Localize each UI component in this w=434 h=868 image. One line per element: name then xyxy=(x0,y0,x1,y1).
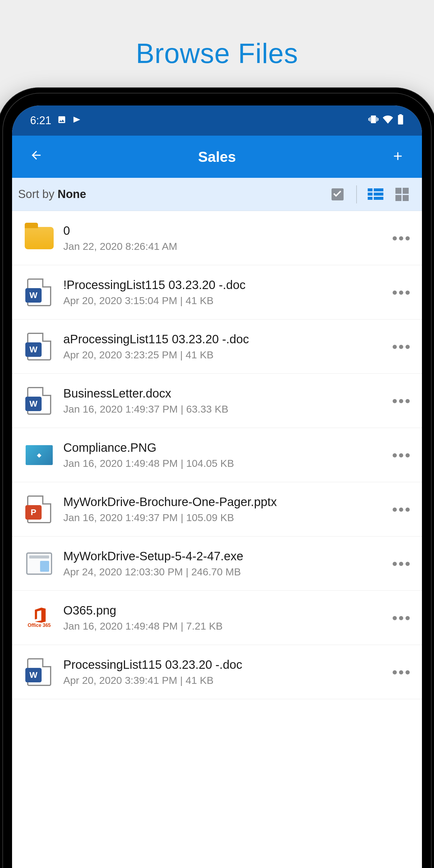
folder-icon xyxy=(24,223,54,253)
exe-icon xyxy=(24,549,54,579)
file-meta: Apr 20, 2020 3:15:04 PM | 41 KB xyxy=(63,295,392,307)
headline: Browse Files xyxy=(0,0,434,69)
list-item[interactable]: W ProcessingList115 03.23.20 -.doc Apr 2… xyxy=(12,645,422,699)
status-photo-icon xyxy=(57,114,66,127)
image-thumbnail-icon: ◆ xyxy=(24,440,54,470)
file-name: 0 xyxy=(63,224,392,238)
svg-rect-8 xyxy=(403,188,409,194)
file-name: MyWorkDrive-Brochure-One-Pager.pptx xyxy=(63,495,392,509)
status-bar: 6:21 xyxy=(12,105,422,135)
file-name: BusinessLetter.docx xyxy=(63,387,392,400)
svg-rect-3 xyxy=(368,193,373,195)
back-button[interactable] xyxy=(27,149,45,165)
file-name: O365.png xyxy=(63,604,392,617)
more-options-button[interactable]: ●●● xyxy=(392,232,410,244)
list-item[interactable]: P MyWorkDrive-Brochure-One-Pager.pptx Ja… xyxy=(12,482,422,536)
more-options-button[interactable]: ●●● xyxy=(392,287,410,298)
phone-frame: 6:21 xyxy=(0,87,434,868)
list-item[interactable]: MyWorkDrive-Setup-5-4-2-47.exe Apr 24, 2… xyxy=(12,536,422,591)
file-meta: Jan 16, 2020 1:49:48 PM | 7.21 KB xyxy=(63,620,392,632)
word-doc-icon: W xyxy=(24,277,54,307)
more-options-button[interactable]: ●●● xyxy=(392,450,410,461)
word-doc-icon: W xyxy=(24,386,54,416)
svg-rect-7 xyxy=(396,188,401,194)
svg-rect-9 xyxy=(396,195,401,201)
more-options-button[interactable]: ●●● xyxy=(392,666,410,678)
app-header: Sales xyxy=(12,135,422,178)
file-meta: Jan 22, 2020 8:26:41 AM xyxy=(63,241,392,252)
file-name: !ProcessingList115 03.23.20 -.doc xyxy=(63,278,392,292)
file-name: MyWorkDrive-Setup-5-4-2-47.exe xyxy=(63,550,392,563)
app-screen: 6:21 xyxy=(12,105,422,868)
view-list-button[interactable] xyxy=(368,187,383,202)
sort-value: None xyxy=(58,188,86,200)
file-meta: Apr 24, 2020 12:03:30 PM | 246.70 MB xyxy=(63,566,392,578)
file-meta: Jan 16, 2020 1:49:37 PM | 63.33 KB xyxy=(63,403,392,415)
sort-by-label: Sort by xyxy=(18,188,58,200)
sort-by-button[interactable]: Sort by None xyxy=(18,188,86,201)
status-play-icon xyxy=(72,114,82,127)
more-options-button[interactable]: ●●● xyxy=(392,395,410,406)
more-options-button[interactable]: ●●● xyxy=(392,504,410,515)
svg-rect-5 xyxy=(368,197,373,200)
powerpoint-icon: P xyxy=(24,494,54,524)
more-options-button[interactable]: ●●● xyxy=(392,612,410,623)
image-thumbnail-icon: Office 365 xyxy=(24,603,54,633)
file-list: 0 Jan 22, 2020 8:26:41 AM ●●● W !Process… xyxy=(12,211,422,699)
list-item[interactable]: ◆ Compliance.PNG Jan 16, 2020 1:49:48 PM… xyxy=(12,428,422,482)
file-name: aProcessingList115 03.23.20 -.doc xyxy=(63,333,392,346)
status-time: 6:21 xyxy=(30,114,51,127)
file-meta: Jan 16, 2020 1:49:48 PM | 104.05 KB xyxy=(63,458,392,469)
status-battery-icon xyxy=(397,114,404,127)
svg-rect-2 xyxy=(374,188,383,191)
o365-tag: Office 365 xyxy=(28,623,51,628)
list-item[interactable]: Office 365 O365.png Jan 16, 2020 1:49:48… xyxy=(12,591,422,645)
svg-rect-4 xyxy=(374,193,383,195)
list-item[interactable]: W !ProcessingList115 03.23.20 -.doc Apr … xyxy=(12,265,422,319)
view-grid-button[interactable] xyxy=(394,187,410,202)
file-meta: Jan 16, 2020 1:49:37 PM | 105.09 KB xyxy=(63,512,392,524)
file-name: Compliance.PNG xyxy=(63,441,392,455)
file-meta: Apr 20, 2020 3:39:41 PM | 41 KB xyxy=(63,675,392,686)
toolbar-divider xyxy=(356,185,357,204)
list-item[interactable]: W aProcessingList115 03.23.20 -.doc Apr … xyxy=(12,319,422,374)
sort-toolbar: Sort by None xyxy=(12,178,422,211)
select-mode-toggle[interactable] xyxy=(330,187,345,202)
list-item[interactable]: 0 Jan 22, 2020 8:26:41 AM ●●● xyxy=(12,211,422,265)
page-title: Sales xyxy=(198,149,236,165)
status-vibrate-icon xyxy=(368,114,378,127)
more-options-button[interactable]: ●●● xyxy=(392,341,410,352)
svg-rect-1 xyxy=(368,188,373,191)
file-name: ProcessingList115 03.23.20 -.doc xyxy=(63,658,392,672)
word-doc-icon: W xyxy=(24,332,54,362)
add-button[interactable] xyxy=(389,147,407,167)
list-item[interactable]: W BusinessLetter.docx Jan 16, 2020 1:49:… xyxy=(12,374,422,428)
file-meta: Apr 20, 2020 3:23:25 PM | 41 KB xyxy=(63,349,392,361)
status-wifi-icon xyxy=(383,114,393,127)
more-options-button[interactable]: ●●● xyxy=(392,558,410,569)
svg-rect-10 xyxy=(403,195,409,201)
svg-rect-6 xyxy=(374,197,383,200)
word-doc-icon: W xyxy=(24,657,54,687)
